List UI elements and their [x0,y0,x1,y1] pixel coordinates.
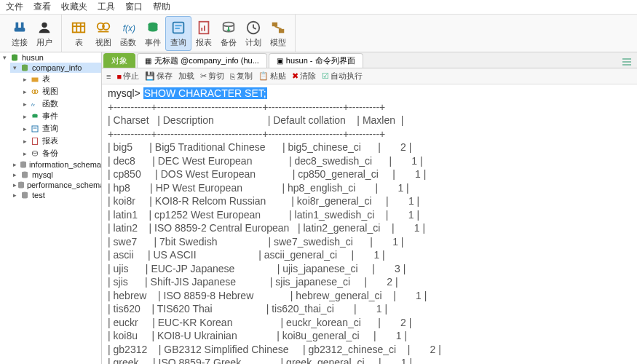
tree-toggle-icon[interactable]: ▸ [13,191,20,199]
tree-connection[interactable]: ▾husun [0,52,101,63]
load-btn-label: 加载 [178,71,194,82]
view-icon [31,87,41,96]
copy-btn-label: 复制 [237,71,253,82]
table-icon [71,19,87,36]
svg-rect-1 [21,22,24,27]
svg-rect-40 [32,126,38,132]
connection-label: 连接 [12,37,28,48]
tree-db-performance_schema[interactable]: ▸performance_schema [10,180,101,190]
backup-icon [221,19,237,36]
clear-btn[interactable]: ✖清除 [292,71,316,82]
console-output[interactable]: mysql> SHOW CHARACTER SET; +-----------+… [102,84,637,364]
tree-toggle-icon[interactable]: ▸ [23,125,31,132]
query-icon [31,124,41,133]
tree-node-备份[interactable]: ▸备份 [20,147,101,159]
folder-icon [31,75,41,84]
menu-item-2[interactable]: 收藏夹 [61,1,87,13]
cut-btn-glyph: ✂ [200,71,207,81]
connection-button[interactable]: 连接 [7,16,32,51]
copy-btn[interactable]: ⎘复制 [230,71,253,82]
copy-btn-glyph: ⎘ [230,72,235,81]
menu-icon[interactable] [621,56,633,68]
func-label: 函数 [120,37,136,48]
tab-1[interactable]: ▦无标题 @company_info (hu... [137,53,267,68]
svg-rect-19 [201,28,202,31]
autorun-chk[interactable]: ☑自动执行 [322,71,363,82]
tree-toggle-icon[interactable]: ▸ [23,76,31,83]
db-icon [19,160,28,169]
backup-label: 备份 [221,37,237,48]
tree-node-视图[interactable]: ▸视图 [20,85,101,98]
tree-toggle-icon[interactable]: ▸ [23,150,31,157]
view-icon [95,19,111,36]
menu-item-1[interactable]: 查看 [33,1,51,13]
menu-item-5[interactable]: 帮助 [153,1,170,13]
cut-btn[interactable]: ✂剪切 [200,71,224,82]
tree-label: 表 [42,74,50,84]
tab-0[interactable]: 对象 [103,53,135,68]
tree-db-company_info[interactable]: ▾company_info [10,63,101,73]
schedule-icon [245,19,261,36]
event-button[interactable]: 事件 [141,16,165,51]
tree-toggle-icon[interactable]: ▸ [23,88,31,95]
stop-btn[interactable]: ■停止 [116,71,139,82]
tree-toggle-icon[interactable]: ▸ [13,171,20,178]
tree-db-information_schema[interactable]: ▸information_schema [10,159,101,170]
tree-toggle-icon[interactable]: ▸ [13,161,19,168]
svg-point-33 [22,69,28,71]
menu-item-3[interactable]: 工具 [98,1,115,13]
svg-point-30 [12,59,17,61]
svg-point-3 [41,22,47,27]
report-button[interactable]: 报表 [191,16,216,51]
table-label: 表 [75,37,83,48]
tree-node-报表[interactable]: ▸报表 [20,135,101,147]
connection-icon [12,19,28,36]
svg-point-52 [18,186,24,189]
tree-node-查询[interactable]: ▸查询 [20,122,101,135]
load-btn[interactable]: 加载 [178,71,194,82]
report-label: 报表 [196,37,212,48]
tree-label: 查询 [42,123,58,134]
clear-btn-label: 清除 [300,71,316,82]
tree-toggle-icon[interactable]: ▸ [23,138,31,145]
tab-label: 对象 [111,55,127,66]
tree-toggle-icon[interactable]: ▸ [23,100,31,108]
tree-db-test[interactable]: ▸test [10,190,101,200]
query-button[interactable]: 查询 [165,16,191,51]
tree-label: 事件 [42,111,58,122]
model-button[interactable]: 模型 [266,16,290,51]
func-button[interactable]: f(x)函数 [116,16,141,51]
menu-item-4[interactable]: 窗口 [125,1,143,13]
tree-node-事件[interactable]: ▸事件 [20,110,101,122]
model-icon [270,19,286,36]
tab-2[interactable]: ▣husun - 命令列界面 [269,53,363,68]
table-button[interactable]: 表 [66,16,91,51]
paste-btn[interactable]: 📋粘贴 [258,71,286,82]
tree-node-函数[interactable]: ▸fx函数 [20,98,101,110]
backup-button[interactable]: 备份 [216,16,241,51]
menu-icon[interactable]: ≡ [106,72,111,81]
menu-item-0[interactable]: 文件 [6,1,23,13]
save-btn[interactable]: 💾保存 [145,71,173,82]
tree-db-mysql[interactable]: ▸mysql [10,170,101,180]
tree-node-表[interactable]: ▸表 [20,73,101,85]
autorun-chk-label: 自动执行 [331,71,363,82]
paste-btn-label: 粘贴 [270,71,286,82]
stop-btn-label: 停止 [123,71,139,82]
paste-btn-glyph: 📋 [258,71,269,81]
svg-text:f(x): f(x) [123,23,135,33]
view-label: 视图 [95,37,111,48]
event-icon [31,112,41,121]
tree-toggle-icon[interactable]: ▾ [3,54,10,61]
view-button[interactable]: 视图 [91,16,116,51]
svg-rect-2 [15,28,25,32]
tree-toggle-icon[interactable]: ▾ [13,64,20,71]
db-icon [17,181,25,189]
user-button[interactable]: 用户 [32,16,57,51]
autorun-chk-glyph: ☑ [322,71,329,81]
schedule-button[interactable]: 计划 [241,16,266,51]
tree-label: 报表 [42,135,58,146]
tree-toggle-icon[interactable]: ▸ [23,113,31,120]
toolbar: 连接用户表视图f(x)函数事件查询报表备份计划模型 [0,15,637,52]
tree-label: 备份 [42,148,58,159]
